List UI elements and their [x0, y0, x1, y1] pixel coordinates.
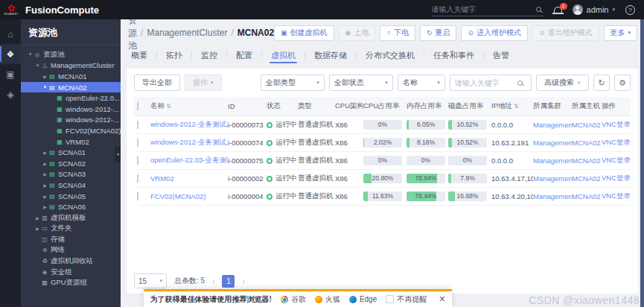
dismiss-option[interactable]: 不再提醒	[386, 294, 427, 305]
row-checkbox[interactable]	[137, 192, 138, 200]
tree-node-scna05[interactable]: ▶▤SCNA05	[21, 191, 121, 202]
上电-button[interactable]: ◉上电	[339, 25, 376, 41]
dismiss-checkbox[interactable]	[386, 295, 394, 303]
tree-expand-icon[interactable]: ▼	[34, 63, 41, 68]
host-link[interactable]: MCNA02	[572, 192, 601, 200]
tree-node-gpu-[interactable]: ▩GPU资源组	[21, 277, 121, 288]
sidebar-collapse-handle[interactable]: ◂	[115, 146, 121, 162]
vnc-login-link[interactable]: VNC登录	[602, 174, 631, 182]
tree-node-scna03[interactable]: ▶▤SCNA03	[21, 169, 121, 180]
sort-icon[interactable]: ⇅	[514, 103, 519, 110]
scrollbar[interactable]	[640, 19, 644, 307]
column-header-IP地址[interactable]: IP地址⇅	[491, 101, 533, 111]
tree-node-windows-2012-[interactable]: ▦windows-2012-...	[21, 115, 121, 126]
host-link[interactable]: MCNA02	[572, 174, 601, 183]
tree-node-fcv02-mcna02-[interactable]: ▦FCV02(MCNA02)	[21, 125, 121, 136]
cluster-link[interactable]: ManagementCluster	[533, 174, 572, 183]
tab-数据存储[interactable]: 数据存储	[313, 45, 348, 66]
page-size-select[interactable]: 15▾	[134, 273, 167, 288]
status-filter-select[interactable]: 全部状态▾	[329, 75, 393, 91]
advanced-search-button[interactable]: 高级搜索∨	[536, 75, 589, 91]
tab-分布式交换机[interactable]: 分布式交换机	[364, 45, 416, 66]
cluster-link[interactable]: ManagementCluster	[533, 139, 572, 147]
tree-node-windows-2012-[interactable]: ▦windows-2012-...	[21, 104, 121, 115]
rail-item-resources[interactable]: ❖	[0, 44, 21, 64]
tree-node--[interactable]: ▼◎资源池	[21, 49, 121, 60]
tree-node-mcna02[interactable]: ▼▤MCNA02	[21, 82, 121, 93]
tree-node--[interactable]: ◫存储	[21, 234, 121, 245]
browser-option-firefox[interactable]: 火狐	[315, 294, 340, 305]
global-search-input[interactable]	[432, 5, 521, 13]
vm-name-link[interactable]: windows-2012-业务测试2	[150, 120, 228, 128]
close-icon[interactable]: ✕	[439, 294, 445, 304]
vm-name-link[interactable]: FCV02(MCNA02)	[150, 192, 205, 200]
进入维护模式-button[interactable]: ⊙进入维护模式	[461, 25, 528, 41]
rail-item-system[interactable]: ◈	[0, 84, 21, 104]
operate-button[interactable]: 操作▾	[185, 75, 222, 91]
host-link[interactable]: MCNA02	[572, 121, 601, 129]
rail-item-monitor[interactable]: ▣	[0, 64, 21, 84]
row-checkbox[interactable]	[137, 139, 138, 147]
field-filter-select[interactable]: 名称▾	[398, 75, 445, 91]
table-search[interactable]	[450, 75, 532, 91]
tree-collapse-icon[interactable]: ▶	[42, 183, 48, 188]
tab-概要[interactable]: 概要	[130, 45, 149, 66]
sort-icon[interactable]: ⇅	[166, 103, 171, 110]
退出维护模式-button[interactable]: ⊘退出维护模式	[532, 25, 599, 41]
tree-expand-icon[interactable]: ▼	[42, 85, 48, 89]
rail-item-home[interactable]: ⌂	[0, 24, 21, 44]
tree-collapse-icon[interactable]: ▶	[42, 194, 48, 199]
tree-collapse-icon[interactable]: ▶	[42, 171, 48, 177]
type-filter-select[interactable]: 全部类型▾	[261, 75, 325, 91]
tree-node-scna06[interactable]: ▶▤SCNA06	[21, 201, 121, 212]
tree-node-scna04[interactable]: ▶▤SCNA04	[21, 180, 121, 191]
refresh-button[interactable]: ↻	[593, 75, 610, 91]
row-checkbox[interactable]	[137, 174, 138, 183]
vm-name-link[interactable]: windows-2012-业务测试1	[150, 138, 228, 146]
tree-node-vrm02[interactable]: ▦VRM02	[21, 136, 121, 148]
cluster-link[interactable]: ManagementCluster	[533, 121, 572, 129]
cluster-link[interactable]: ManagementCluster	[533, 192, 572, 200]
vm-name-link[interactable]: VRM02	[150, 174, 174, 183]
search-icon[interactable]	[517, 80, 523, 86]
tree-expand-icon[interactable]: ▼	[27, 52, 34, 57]
tree-node-scna01[interactable]: ▶▤SCNA01	[21, 147, 121, 158]
tree-node-managementcluster[interactable]: ▼△ManagementCluster	[21, 60, 121, 72]
tab-拓扑[interactable]: 拓扑	[165, 45, 184, 66]
cluster-link[interactable]: ManagementCluster	[533, 156, 572, 165]
column-header-名称[interactable]: 名称⇅	[150, 101, 228, 111]
tab-监控[interactable]: 监控	[200, 45, 219, 66]
host-link[interactable]: MCNA02	[572, 139, 601, 147]
vm-name-link[interactable]: openEuler-22.03-业务测试	[150, 156, 228, 164]
host-link[interactable]: MCNA02	[572, 156, 601, 165]
重启-button[interactable]: ↻重启	[420, 25, 457, 41]
search-icon[interactable]	[536, 7, 541, 12]
tree-node--[interactable]: ⊕网络	[21, 245, 121, 256]
vnc-login-link[interactable]: VNC登录	[602, 138, 631, 146]
prev-page-button[interactable]: ‹	[212, 277, 214, 285]
更多-button[interactable]: 更多▾	[604, 25, 638, 41]
select-all-checkbox[interactable]	[137, 102, 138, 110]
tree-node-scna02[interactable]: ▶▤SCNA02	[21, 158, 121, 169]
browser-option-edge[interactable]: Edge	[349, 295, 377, 303]
help-icon[interactable]: ?	[625, 5, 635, 15]
row-checkbox[interactable]	[137, 156, 138, 165]
notifications-button[interactable]: 1	[554, 7, 562, 13]
table-search-input[interactable]	[455, 79, 514, 87]
tab-任务和事件[interactable]: 任务和事件	[432, 45, 476, 66]
breadcrumb-item[interactable]: ManagementCluster	[147, 28, 227, 38]
column-settings-button[interactable]: ⚙	[614, 75, 631, 91]
tab-虚拟机[interactable]: 虚拟机	[270, 45, 297, 66]
tree-collapse-icon[interactable]: ▶	[34, 215, 41, 221]
tab-告警[interactable]: 告警	[491, 45, 511, 66]
export-all-button[interactable]: 导出全部	[134, 75, 180, 91]
browser-option-chrome[interactable]: 谷歌	[281, 294, 306, 305]
next-page-button[interactable]: ›	[242, 277, 244, 285]
vnc-login-link[interactable]: VNC登录	[602, 192, 631, 200]
tree-collapse-icon[interactable]: ▶	[42, 204, 48, 209]
下电-button[interactable]: ○下电	[380, 25, 415, 41]
tree-collapse-icon[interactable]: ▶	[42, 150, 48, 155]
tree-node--[interactable]: ▶▭文件夹	[21, 224, 121, 235]
tree-node-openeuler-22-0-[interactable]: ▦openEuler-22.0...	[21, 92, 121, 104]
global-search[interactable]	[432, 3, 543, 16]
